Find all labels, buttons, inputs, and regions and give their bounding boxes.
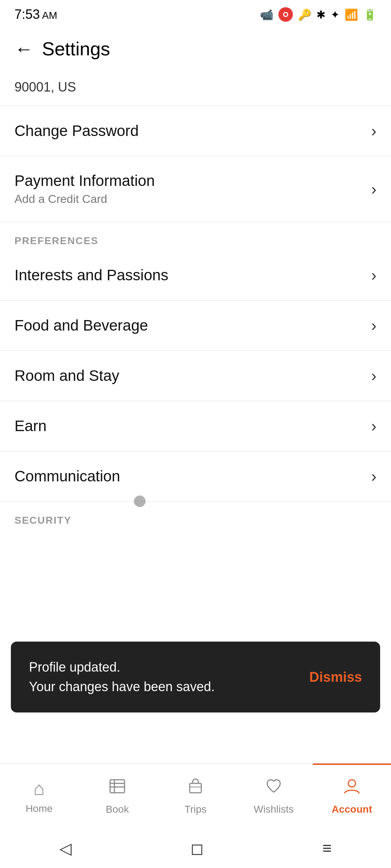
android-home-button[interactable]: ◻	[190, 839, 204, 858]
food-beverage-title: Food and Beverage	[14, 317, 371, 334]
preferences-section-header: PREFERENCES	[0, 222, 391, 250]
svg-point-1	[284, 13, 287, 16]
chevron-right-icon: ›	[371, 122, 377, 140]
key-icon: 🔑	[298, 8, 311, 21]
payment-information-title: Payment Information	[14, 172, 371, 190]
trips-icon	[186, 777, 205, 800]
account-icon	[342, 777, 361, 800]
chevron-right-icon: ›	[371, 180, 377, 198]
settings-header: ← Settings	[0, 29, 391, 69]
earn-item[interactable]: Earn ›	[0, 401, 391, 451]
payment-information-item[interactable]: Payment Information Add a Credit Card ›	[0, 156, 391, 222]
change-password-item[interactable]: Change Password ›	[0, 106, 391, 156]
home-label: Home	[26, 803, 53, 814]
toast-line2: Your changes have been saved.	[29, 677, 215, 697]
status-time: 7:53	[14, 7, 40, 22]
trips-label: Trips	[184, 804, 206, 815]
svg-rect-2	[110, 780, 125, 793]
payment-information-subtitle: Add a Credit Card	[14, 192, 371, 206]
food-beverage-item[interactable]: Food and Beverage ›	[0, 301, 391, 351]
wifi-icon: 📶	[345, 8, 358, 21]
status-bar: 7:53 AM 📹 🔑 ✱ ✦ 📶 🔋	[0, 0, 391, 29]
earn-title: Earn	[14, 417, 371, 435]
book-label: Book	[106, 804, 129, 815]
address-row: 90001, US	[0, 69, 391, 106]
android-back-button[interactable]: ◁	[59, 839, 72, 858]
toast-message: Profile updated. Your changes have been …	[29, 658, 215, 697]
toast-notification: Profile updated. Your changes have been …	[11, 642, 380, 712]
room-stay-item[interactable]: Room and Stay ›	[0, 351, 391, 401]
svg-rect-6	[190, 783, 201, 793]
nav-item-trips[interactable]: Trips	[156, 777, 235, 815]
back-button[interactable]: ←	[14, 38, 33, 60]
wishlists-icon	[264, 777, 283, 800]
change-password-title: Change Password	[14, 122, 371, 140]
preferences-label: PREFERENCES	[14, 235, 98, 246]
page-title: Settings	[42, 38, 110, 60]
toast-line1: Profile updated.	[29, 658, 215, 677]
brightness-icon: ✦	[331, 8, 340, 21]
active-indicator-bar	[313, 763, 391, 765]
status-ampm: AM	[42, 10, 57, 21]
nav-item-book[interactable]: Book	[78, 777, 156, 815]
android-navigation-bar: ◁ ◻ ≡	[0, 828, 391, 868]
security-section-header: SECURITY	[0, 502, 391, 526]
record-icon	[278, 7, 293, 22]
book-icon	[108, 777, 127, 800]
communication-item[interactable]: Communication ›	[0, 451, 391, 502]
wishlists-label: Wishlists	[254, 804, 294, 815]
nav-item-account[interactable]: Account	[313, 777, 391, 815]
chevron-right-icon: ›	[371, 367, 377, 385]
chevron-right-icon: ›	[371, 417, 377, 435]
status-icons: 📹 🔑 ✱ ✦ 📶 🔋	[260, 7, 377, 22]
account-label: Account	[332, 804, 372, 815]
nav-item-home[interactable]: ⌂ Home	[0, 778, 78, 814]
battery-icon: 🔋	[363, 8, 377, 21]
bottom-navigation: ⌂ Home Book Trips W	[0, 763, 391, 828]
interests-title: Interests and Passions	[14, 267, 371, 284]
room-stay-title: Room and Stay	[14, 367, 371, 384]
security-label: SECURITY	[14, 515, 72, 526]
nav-item-wishlists[interactable]: Wishlists	[235, 777, 313, 815]
toast-dismiss-button[interactable]: Dismiss	[309, 669, 362, 685]
address-text: 90001, US	[14, 80, 76, 94]
home-icon: ⌂	[33, 778, 45, 799]
android-menu-button[interactable]: ≡	[322, 839, 332, 857]
svg-point-8	[348, 780, 356, 787]
communication-title: Communication	[14, 468, 371, 485]
chevron-right-icon: ›	[371, 316, 377, 335]
chevron-right-icon: ›	[371, 266, 377, 284]
interests-item[interactable]: Interests and Passions ›	[0, 250, 391, 301]
chevron-right-icon: ›	[371, 467, 377, 485]
bluetooth-icon: ✱	[316, 8, 325, 21]
camera-icon: 📹	[260, 8, 273, 21]
settings-content: 90001, US Change Password › Payment Info…	[0, 69, 391, 526]
